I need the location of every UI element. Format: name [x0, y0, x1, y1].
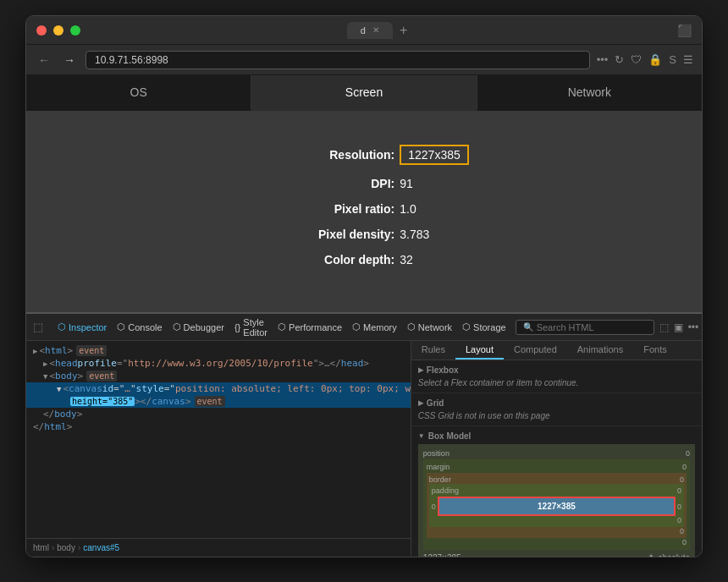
css-tab-animations[interactable]: Animations: [567, 341, 633, 360]
flexbox-section: ▶ Flexbox Select a Flex container or ite…: [411, 360, 702, 393]
inspector-icon: ⬡: [58, 321, 66, 332]
reload-icon[interactable]: ↻: [615, 53, 624, 66]
pixel-density-label: Pixel density:: [259, 228, 394, 241]
devtools-body: ▶ <html> event ▶ <head profile="http://w…: [26, 341, 702, 557]
html-content[interactable]: ▶ <html> event ▶ <head profile="http://w…: [26, 341, 411, 535]
network-tab[interactable]: ⬡ Network: [403, 320, 456, 334]
border-bottom-row: 0: [429, 527, 684, 535]
margin-bottom-row: 0: [427, 538, 687, 546]
close-btn[interactable]: [36, 25, 47, 36]
margin-top-val: 0: [682, 463, 687, 471]
pixel-density-row: Pixel density: 3.783: [259, 228, 469, 241]
color-depth-row: Color depth: 32: [259, 253, 469, 266]
navbar: ← → 10.9.71.56:8998 ••• ↻ 🛡 🔒 S ☰: [26, 45, 702, 75]
search-input[interactable]: [537, 322, 647, 332]
absolute-label: absolute: [658, 553, 690, 557]
devtools-panel: ⬚ ⬡ Inspector ⬡ Console ⬡ Debugger {} St…: [26, 312, 702, 557]
css-panel: Rules Layout Computed Animations Fonts ▶…: [411, 341, 702, 557]
grid-title: ▶ Grid: [418, 398, 695, 408]
tab-os[interactable]: OS: [26, 75, 251, 111]
border-label: border: [429, 475, 451, 484]
performance-icon: ⬡: [278, 321, 286, 332]
box-model-arrow[interactable]: ▼: [418, 432, 425, 440]
margin-layer: margin 0 border 0: [423, 459, 690, 550]
padding-layer: padding 0 0 1227×385: [429, 484, 684, 527]
html-line-selected[interactable]: ▼ <canvas id="…" style="position: absolu…: [26, 382, 411, 395]
forward-btn[interactable]: →: [60, 52, 79, 69]
tab-bar: d ✕ +: [87, 22, 670, 39]
overflow-icon[interactable]: •••: [688, 321, 699, 333]
html-line-selected2[interactable]: height="385" ></canvas> event: [26, 395, 411, 408]
more-options-icon[interactable]: •••: [597, 53, 609, 66]
css-tab-computed[interactable]: Computed: [504, 341, 567, 360]
padding-label: padding: [432, 486, 459, 495]
html-line[interactable]: ▶ <head profile="http://www.w3.org/2005/…: [26, 357, 411, 370]
storage-tab[interactable]: ⬡ Storage: [458, 320, 510, 334]
style-editor-tab[interactable]: {} Style Editor: [230, 316, 272, 339]
padding-top-val: 0: [677, 486, 681, 495]
css-tab-rules[interactable]: Rules: [411, 341, 455, 360]
sync-icon: S: [669, 53, 676, 66]
inspector-tab[interactable]: ⬡ Inspector: [53, 320, 111, 334]
html-line[interactable]: ▶ <html> event: [26, 344, 411, 357]
css-tabs: Rules Layout Computed Animations Fonts: [411, 341, 702, 360]
back-btn[interactable]: ←: [35, 52, 53, 69]
maximize-btn[interactable]: [70, 25, 80, 36]
storage-icon: ⬡: [462, 321, 471, 332]
padding-labels: padding 0: [432, 486, 681, 495]
html-line[interactable]: ▼ <body> event: [26, 370, 411, 382]
tab-close-btn[interactable]: ✕: [372, 25, 379, 35]
breadcrumb-html[interactable]: html: [33, 543, 49, 552]
pixel-ratio-row: Pixel ratio: 1.0: [259, 202, 469, 216]
hamburger-icon[interactable]: ☰: [683, 53, 693, 66]
html-line[interactable]: </html>: [26, 420, 411, 433]
devtools-toolbar: ⬚ ⬡ Inspector ⬡ Console ⬡ Debugger {} St…: [26, 314, 702, 341]
new-tab-btn[interactable]: +: [396, 23, 411, 38]
box-model-section: ▼ Box Model position 0 margin: [411, 426, 702, 557]
pixel-ratio-label: Pixel ratio:: [259, 202, 394, 216]
devtools-toggle-icon[interactable]: ⬚: [33, 321, 43, 333]
debugger-tab[interactable]: ⬡ Debugger: [168, 320, 229, 334]
resolution-row: Resolution: 1227x385: [259, 145, 469, 165]
titlebar: d ✕ + ⬛: [26, 16, 702, 45]
dpi-label: DPI:: [259, 177, 394, 190]
browser-tab[interactable]: d ✕: [347, 22, 393, 39]
position-label: position: [423, 449, 449, 458]
breadcrumb-body[interactable]: body: [57, 543, 75, 552]
address-bar[interactable]: 10.9.71.56:8998: [85, 51, 590, 69]
breadcrumb-canvas[interactable]: canvas#5: [83, 543, 119, 552]
extensions-icon: ⬛: [677, 24, 692, 37]
grid-arrow[interactable]: ▶: [418, 399, 423, 407]
pick-element-icon[interactable]: ⬚: [659, 321, 669, 333]
css-tab-layout[interactable]: Layout: [455, 341, 504, 360]
tab-title: d: [361, 25, 366, 36]
responsive-icon[interactable]: ▣: [674, 321, 683, 333]
html-search-bar[interactable]: 🔍: [516, 320, 654, 335]
color-depth-value: 32: [400, 253, 413, 266]
style-editor-icon: {}: [234, 322, 240, 332]
performance-tab[interactable]: ⬡ Performance: [273, 320, 346, 334]
top-tabs: OS Screen Network: [26, 75, 702, 111]
position-icon: ✥: [648, 553, 654, 557]
console-tab[interactable]: ⬡ Console: [113, 320, 166, 334]
html-line[interactable]: </body>: [26, 408, 411, 420]
minimize-btn[interactable]: [53, 25, 63, 36]
box-model-title: ▼ Box Model: [418, 431, 695, 441]
margin-bottom-val: 0: [682, 538, 687, 546]
border-labels: border 0: [429, 475, 684, 484]
flexbox-title: ▶ Flexbox: [418, 365, 695, 375]
tab-network[interactable]: Network: [477, 75, 702, 111]
memory-tab[interactable]: ⬡ Memory: [348, 320, 401, 334]
lock-icon: 🔒: [648, 53, 662, 66]
box-model-diagram: position 0 margin 0: [418, 444, 695, 557]
css-tab-fonts[interactable]: Fonts: [633, 341, 677, 360]
flexbox-arrow[interactable]: ▶: [418, 366, 423, 374]
breadcrumb-bar: html › body › canvas#5: [26, 538, 411, 557]
padding-bottom-row: 0: [432, 516, 681, 524]
margin-labels: margin 0: [427, 463, 687, 471]
right-val: 0: [677, 502, 681, 511]
tab-screen[interactable]: Screen: [251, 75, 476, 111]
border-layer: border 0 padding 0: [427, 473, 687, 538]
html-panel: ▶ <html> event ▶ <head profile="http://w…: [26, 341, 411, 557]
devtools-right-icons: ⬚ ▣ ••• ✕: [659, 321, 703, 333]
